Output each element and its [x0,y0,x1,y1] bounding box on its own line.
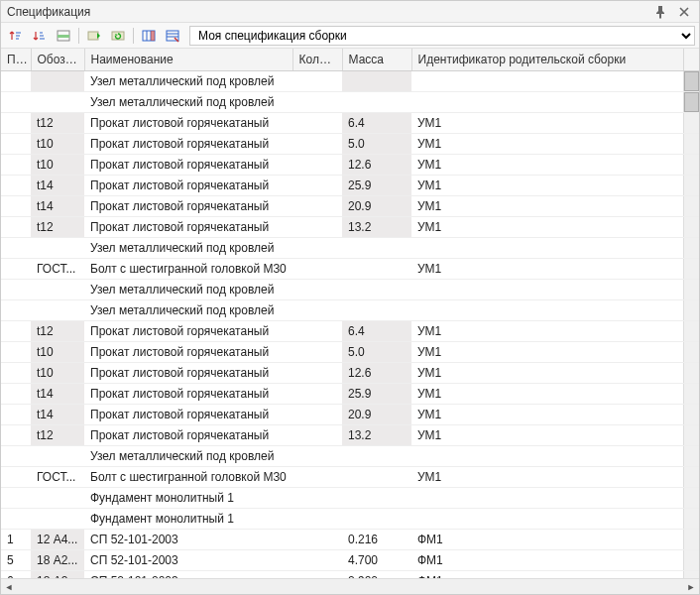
cell-id[interactable]: УМ1 [411,342,683,363]
cell-oboz[interactable]: t14 [31,405,84,425]
cell-oboz[interactable]: t10 [31,363,84,384]
cell-id[interactable]: УМ1 [411,363,683,384]
cell-oboz[interactable]: 18 А2... [31,571,84,579]
cell-name[interactable]: Прокат листовой горячекатаный [84,405,292,425]
table-row[interactable]: t14Прокат листовой горячекатаный25.9УМ1 [1,384,699,405]
cell-pos[interactable] [1,238,31,259]
arrow-left-button[interactable] [83,26,105,46]
table-row[interactable]: t10Прокат листовой горячекатаный12.6УМ1 [1,155,699,176]
cell-qty[interactable] [292,217,342,238]
cell-pos[interactable] [1,176,31,196]
cell-mass[interactable] [342,488,411,509]
cell-pos[interactable] [1,488,31,509]
settings-button[interactable] [162,26,183,46]
table-row[interactable]: t14Прокат листовой горячекатаный20.9УМ1 [1,405,699,425]
table-row[interactable]: Узел металлический под кровлей [1,280,699,300]
cell-name[interactable]: Узел металлический под кровлей [84,300,292,321]
cell-id[interactable] [411,300,683,321]
cell-id[interactable]: УМ1 [411,321,683,342]
cell-mass[interactable]: 6.4 [342,321,411,342]
col-header-name[interactable]: Наименование [84,49,292,71]
cell-mass[interactable]: 4.700 [342,550,411,571]
cell-mass[interactable] [342,446,411,467]
cell-mass[interactable] [342,259,411,280]
cell-name[interactable]: Фундамент монолитный 1 [84,488,292,509]
cell-id[interactable]: УМ1 [411,405,683,425]
cell-mass[interactable] [342,71,411,92]
cell-oboz[interactable] [31,71,84,92]
cell-name[interactable]: Болт с шестигранной головкой М30 [84,467,292,488]
cell-qty[interactable] [292,363,342,384]
table-row[interactable]: ГОСТ...Болт с шестигранной головкой М30У… [1,259,699,280]
cell-pos[interactable] [1,134,31,155]
cell-qty[interactable] [292,446,342,467]
cell-pos[interactable] [1,259,31,280]
vscroll-gutter[interactable] [683,71,699,92]
table-row[interactable]: t10Прокат листовой горячекатаный12.6УМ1 [1,363,699,384]
cell-mass[interactable]: 12.6 [342,155,411,176]
cell-qty[interactable] [292,176,342,196]
cell-oboz[interactable]: ГОСТ... [31,467,84,488]
horizontal-scrollbar[interactable]: ◄ ► [1,578,699,594]
cell-oboz[interactable]: t14 [31,176,84,196]
cell-qty[interactable] [292,238,342,259]
cell-name[interactable]: Фундамент монолитный 1 [84,509,292,530]
cell-mass[interactable] [342,92,411,113]
cell-pos[interactable]: 5 [1,550,31,571]
table-row[interactable]: 518 А2...СП 52-101-20034.700ФМ1 [1,550,699,571]
cell-qty[interactable] [292,530,342,550]
spec-grid[interactable]: Поз... Обозна... Наименование Колич... М… [1,49,699,578]
refresh-button[interactable] [107,26,129,46]
cell-pos[interactable] [1,446,31,467]
cell-oboz[interactable]: 12 А4... [31,530,84,550]
cell-qty[interactable] [292,92,342,113]
cell-oboz[interactable]: t10 [31,342,84,363]
cell-id[interactable]: УМ1 [411,425,683,446]
cell-id[interactable] [411,509,683,530]
col-header-oboz[interactable]: Обозна... [31,49,84,71]
cell-oboz[interactable]: t10 [31,155,84,176]
cell-pos[interactable] [1,425,31,446]
hscroll-track[interactable] [17,580,683,594]
cell-name[interactable]: Прокат листовой горячекатаный [84,196,292,217]
cell-mass[interactable]: 5.0 [342,134,411,155]
vscroll-gutter[interactable] [683,92,699,113]
cell-qty[interactable] [292,71,342,92]
cell-mass[interactable]: 12.6 [342,363,411,384]
cell-pos[interactable] [1,509,31,530]
table-row[interactable]: t14Прокат листовой горячекатаный20.9УМ1 [1,196,699,217]
cell-mass[interactable] [342,509,411,530]
cell-pos[interactable] [1,384,31,405]
cell-pos[interactable] [1,92,31,113]
cell-id[interactable]: УМ1 [411,384,683,405]
cell-qty[interactable] [292,509,342,530]
cell-mass[interactable] [342,238,411,259]
cell-id[interactable]: УМ1 [411,134,683,155]
cell-mass[interactable]: 5.0 [342,342,411,363]
cell-qty[interactable] [292,280,342,300]
spec-select[interactable]: Моя спецификация сборки [189,26,695,46]
cell-pos[interactable] [1,155,31,176]
cell-qty[interactable] [292,342,342,363]
cell-qty[interactable] [292,550,342,571]
sort-asc-button[interactable] [5,26,27,46]
insert-row-button[interactable] [53,26,74,46]
cell-oboz[interactable] [31,488,84,509]
cell-id[interactable] [411,446,683,467]
cell-id[interactable] [411,488,683,509]
cell-qty[interactable] [292,113,342,134]
cell-id[interactable]: УМ1 [411,217,683,238]
cell-qty[interactable] [292,300,342,321]
cell-pos[interactable] [1,113,31,134]
cell-name[interactable]: Узел металлический под кровлей [84,71,292,92]
cell-id[interactable]: УМ1 [411,259,683,280]
cell-mass[interactable] [342,467,411,488]
col-header-id[interactable]: Идентификатор родительской сборки [411,49,683,71]
cell-oboz[interactable]: t10 [31,134,84,155]
cell-pos[interactable] [1,321,31,342]
cell-oboz[interactable]: t12 [31,321,84,342]
cell-mass[interactable]: 13.2 [342,425,411,446]
cell-pos[interactable] [1,467,31,488]
cell-qty[interactable] [292,488,342,509]
table-row[interactable]: t12Прокат листовой горячекатаный6.4УМ1 [1,113,699,134]
